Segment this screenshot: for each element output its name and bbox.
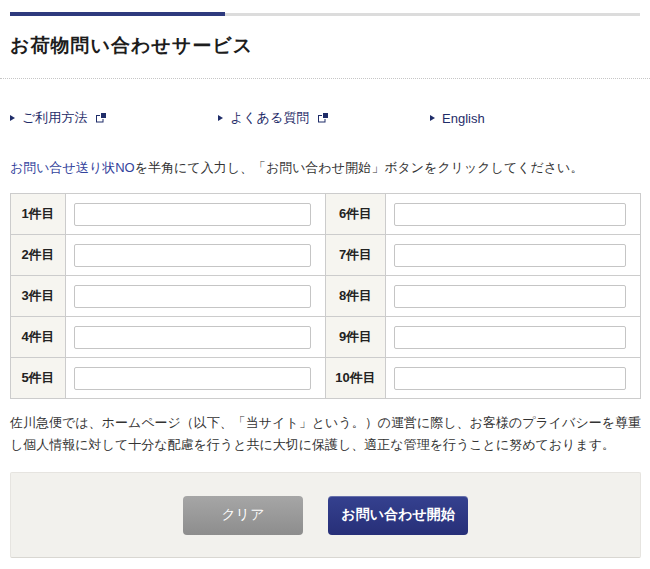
row-label-8: 8件目	[326, 276, 386, 317]
tracking-number-table: 1件目 6件目 2件目 7件目 3件目 8件目 4件目 9件目 5件目 10件目	[10, 193, 641, 399]
table-row: 3件目 8件目	[11, 276, 641, 317]
input-cell	[386, 235, 641, 276]
tracking-input-1[interactable]	[74, 203, 311, 226]
tracking-input-2[interactable]	[74, 244, 311, 267]
input-cell	[66, 235, 326, 276]
tracking-input-8[interactable]	[394, 285, 626, 308]
row-label-6: 6件目	[326, 194, 386, 235]
row-label-7: 7件目	[326, 235, 386, 276]
external-link-icon	[96, 111, 107, 126]
instruction-highlight: お問い合せ送り状NO	[10, 160, 135, 175]
input-cell	[386, 317, 641, 358]
header-rule-accent	[10, 12, 225, 16]
input-cell	[66, 358, 326, 399]
header-rule-gray	[225, 13, 640, 16]
clear-button[interactable]: クリア	[183, 496, 303, 535]
dotted-divider	[0, 78, 650, 79]
tracking-input-6[interactable]	[394, 203, 626, 226]
submit-inquiry-button[interactable]: お問い合わせ開始	[328, 496, 468, 535]
triangle-bullet-icon	[10, 115, 15, 121]
input-cell	[66, 194, 326, 235]
privacy-notice: 佐川急便では、ホームページ（以下、「当サイト」という。）の運営に際し、お客様のプ…	[10, 412, 642, 456]
link-faq[interactable]: よくある質問	[218, 109, 329, 127]
instruction-text: お問い合せ送り状NOを半角にて入力し、「お問い合わせ開始」ボタンをクリックしてく…	[10, 159, 650, 177]
row-label-9: 9件目	[326, 317, 386, 358]
input-cell	[66, 317, 326, 358]
header-rule	[10, 12, 640, 16]
row-label-5: 5件目	[11, 358, 66, 399]
triangle-bullet-icon	[218, 115, 223, 121]
tracking-input-9[interactable]	[394, 326, 626, 349]
table-row: 1件目 6件目	[11, 194, 641, 235]
tracking-input-5[interactable]	[74, 367, 311, 390]
row-label-10: 10件目	[326, 358, 386, 399]
triangle-bullet-icon	[430, 115, 435, 121]
tracking-input-7[interactable]	[394, 244, 626, 267]
link-label: ご利用方法	[22, 109, 87, 127]
page-title: お荷物問い合わせサービス	[10, 33, 640, 59]
link-usage-guide[interactable]: ご利用方法	[10, 109, 107, 127]
tracking-input-4[interactable]	[74, 326, 311, 349]
action-bar: クリア お問い合わせ開始	[10, 472, 641, 558]
link-english[interactable]: English	[430, 111, 485, 126]
table-row: 2件目 7件目	[11, 235, 641, 276]
input-cell	[386, 194, 641, 235]
instruction-rest: を半角にて入力し、「お問い合わせ開始」ボタンをクリックしてください。	[135, 160, 584, 175]
link-label: English	[442, 111, 485, 126]
row-label-3: 3件目	[11, 276, 66, 317]
input-cell	[386, 358, 641, 399]
row-label-4: 4件目	[11, 317, 66, 358]
tracking-input-10[interactable]	[394, 367, 626, 390]
table-row: 4件目 9件目	[11, 317, 641, 358]
link-label: よくある質問	[230, 109, 309, 127]
input-cell	[66, 276, 326, 317]
row-label-1: 1件目	[11, 194, 66, 235]
tracking-input-3[interactable]	[74, 285, 311, 308]
row-label-2: 2件目	[11, 235, 66, 276]
input-cell	[386, 276, 641, 317]
table-row: 5件目 10件目	[11, 358, 641, 399]
external-link-icon	[318, 111, 329, 126]
nav-links-row: ご利用方法 よくある質問 English	[10, 109, 650, 127]
